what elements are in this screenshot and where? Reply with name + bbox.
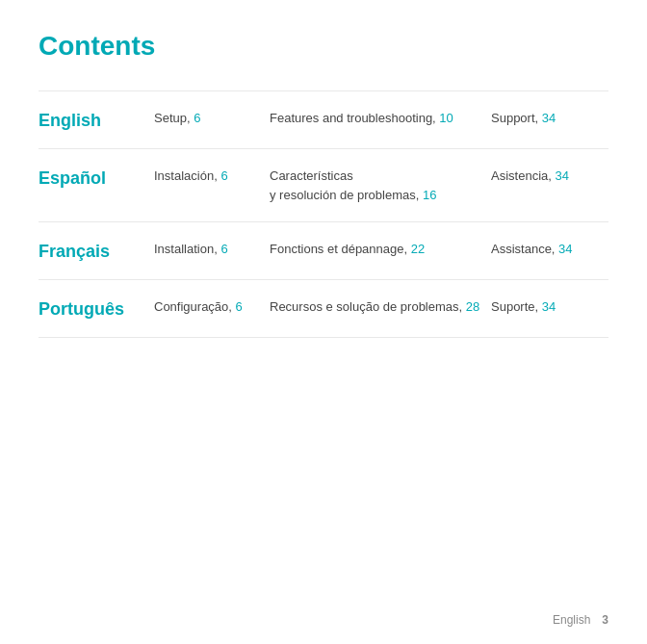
entry-label: Assistance, (491, 242, 558, 256)
footer-page-number: 3 (602, 613, 608, 627)
entry-number: 34 (555, 168, 568, 183)
entry-label: y resolución de problemas, (270, 188, 423, 202)
entry-label: Features and troubleshooting, (270, 111, 439, 125)
entry-label: Características (270, 168, 353, 183)
entry-label: Configuração, (154, 299, 236, 314)
language-label: Español (39, 167, 154, 189)
entry-number: 16 (423, 188, 436, 202)
entry-number: 22 (411, 242, 425, 256)
toc-entry: Recursos e solução de problemas, 28 (270, 297, 491, 317)
entry-label: Setup, (154, 111, 194, 125)
entry-label: Suporte, (491, 299, 542, 314)
entry-number: 34 (542, 299, 556, 314)
entry-label: Instalación, (154, 168, 220, 183)
toc-entry: Support, 34 (491, 109, 607, 128)
toc-entries: Instalación, 6Característicasy resolució… (154, 167, 608, 204)
entry-number: 28 (466, 299, 479, 314)
toc-entry: Setup, 6 (154, 109, 270, 128)
language-label: Português (39, 297, 154, 320)
language-label: English (39, 109, 154, 131)
entry-number: 6 (220, 242, 227, 256)
footer-language: English (553, 613, 590, 627)
toc-entries: Setup, 6Features and troubleshooting, 10… (154, 109, 608, 128)
entry-number: 6 (220, 168, 227, 183)
toc-list: EnglishSetup, 6Features and troubleshoot… (39, 90, 608, 338)
entry-label: Support, (491, 111, 542, 125)
toc-entry: Installation, 6 (154, 240, 270, 259)
entry-label: Fonctions et dépannage, (270, 242, 411, 256)
entry-label: Installation, (154, 242, 220, 256)
toc-entry: Assistance, 34 (491, 240, 607, 259)
toc-entry: Configuração, 6 (154, 297, 270, 317)
toc-row: EnglishSetup, 6Features and troubleshoot… (39, 90, 608, 149)
entry-number: 6 (194, 111, 200, 125)
toc-row: PortuguêsConfiguração, 6Recursos e soluç… (39, 280, 608, 338)
toc-entry: Característicasy resolución de problemas… (270, 167, 491, 204)
toc-entry: Asistencia, 34 (491, 167, 607, 204)
page-title: Contents (39, 31, 608, 62)
entry-number: 6 (236, 299, 243, 314)
toc-entry: Fonctions et dépannage, 22 (270, 240, 491, 259)
toc-entry: Suporte, 34 (491, 297, 607, 317)
entry-number: 10 (439, 111, 453, 125)
entry-number: 34 (542, 111, 556, 125)
page-container: Contents EnglishSetup, 6Features and tro… (0, 0, 647, 357)
language-label: Français (39, 240, 154, 262)
toc-row: FrançaisInstallation, 6Fonctions et dépa… (39, 222, 608, 280)
toc-entry: Features and troubleshooting, 10 (270, 109, 491, 128)
footer: English 3 (553, 613, 608, 627)
toc-entries: Installation, 6Fonctions et dépannage, 2… (154, 240, 608, 259)
entry-number: 34 (558, 242, 572, 256)
entry-label: Asistencia, (491, 168, 555, 183)
entry-label: Recursos e solução de problemas, (270, 299, 466, 314)
toc-entries: Configuração, 6Recursos e solução de pro… (154, 297, 608, 317)
toc-row: EspañolInstalación, 6Característicasy re… (39, 149, 608, 222)
toc-entry: Instalación, 6 (154, 167, 270, 204)
